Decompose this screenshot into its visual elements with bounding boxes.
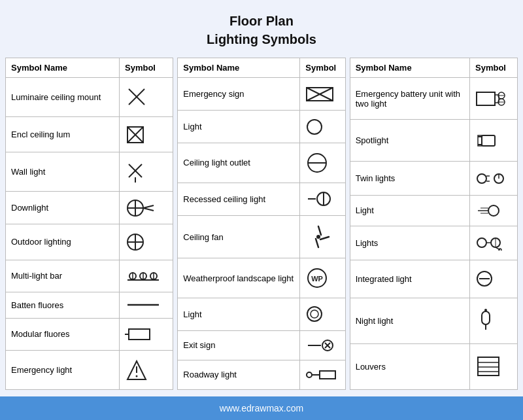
svg-point-72 (477, 238, 486, 247)
col-header-symbol-3: Symbol (469, 58, 517, 78)
symbol-cell (120, 292, 173, 318)
table-row: Recessed ceiling light (178, 183, 345, 215)
svg-point-32 (307, 120, 322, 134)
table-row: Multi-light bar (6, 260, 173, 292)
symbol-name-cell: Outdoor lighting (6, 224, 120, 260)
symbol-cell (120, 78, 173, 117)
table-row: Light (178, 298, 345, 330)
symbol-cell (300, 78, 345, 111)
table-row: Emergency sign (178, 78, 345, 111)
svg-rect-59 (482, 135, 495, 146)
symbol-name-cell: Downlight (6, 192, 120, 224)
symbol-cell (469, 298, 517, 343)
symbol-cell (469, 196, 517, 226)
table-row: Emergency battery unit with two light (350, 78, 517, 120)
symbol-cell (120, 318, 173, 351)
table-row: Spotlight (350, 120, 517, 162)
symbol-cell (469, 120, 517, 162)
symbol-name-cell: Batten fluores (6, 292, 120, 318)
table-row: Exit sign (178, 330, 345, 360)
symbol-cell (469, 78, 517, 120)
symbol-name-cell: Ceiling fan (178, 215, 300, 258)
table-row: Emergency light (6, 351, 173, 390)
svg-point-45 (311, 310, 318, 318)
symbol-cell (120, 351, 173, 390)
tables-container: Symbol Name Symbol Luminaire ceiling mou… (0, 58, 523, 390)
symbol-name-cell: Ceiling light outlet (178, 143, 300, 183)
svg-rect-24 (129, 329, 150, 340)
table-row: Twin lights (350, 162, 517, 196)
symbol-cell (120, 152, 173, 192)
svg-rect-52 (320, 371, 335, 379)
symbol-name-cell: Light (178, 298, 300, 330)
table-row: Light (178, 111, 345, 143)
symbol-cell (120, 192, 173, 224)
table-row: Ceiling light outlet (178, 143, 345, 183)
symbol-name-cell: Light (178, 111, 300, 143)
table-row: Ceiling fan (178, 215, 345, 258)
symbol-name-cell: Louvers (350, 343, 469, 389)
table-row: Roadway light (178, 360, 345, 389)
symbol-cell (120, 224, 173, 260)
col-header-name-1: Symbol Name (6, 58, 120, 78)
footer: www.edrawmax.com (0, 396, 523, 420)
symbol-cell (300, 360, 345, 389)
symbol-cell (300, 111, 345, 143)
svg-line-11 (143, 205, 154, 208)
svg-point-38 (316, 235, 320, 239)
symbol-cell (300, 143, 345, 183)
symbol-name-cell: Lights (350, 226, 469, 260)
symbol-name-cell: Integrated light (350, 260, 469, 298)
symbol-name-cell: Night light (350, 298, 469, 343)
col-header-symbol-1: Symbol (120, 58, 173, 78)
table-row: Night light (350, 298, 517, 343)
svg-point-50 (307, 372, 312, 377)
symbol-name-cell: Emergency sign (178, 78, 300, 111)
symbol-cell (300, 298, 345, 330)
table-row: Lights (350, 226, 517, 260)
symbol-cell (469, 260, 517, 298)
table-row: Encl ceiling lum (6, 116, 173, 152)
svg-line-40 (320, 237, 329, 239)
symbol-name-cell: Luminaire ceiling mount (6, 78, 120, 117)
svg-point-44 (307, 307, 322, 321)
table-row: Wall light (6, 152, 173, 192)
svg-rect-83 (478, 357, 499, 376)
symbol-cell (469, 343, 517, 389)
symbol-name-cell: Exit sign (178, 330, 300, 360)
symbol-name-cell: Twin lights (350, 162, 469, 196)
svg-rect-53 (477, 92, 495, 105)
col-header-name-2: Symbol Name (178, 58, 300, 78)
symbol-name-cell: Light (350, 196, 469, 226)
table-1: Symbol Name Symbol Luminaire ceiling mou… (5, 58, 173, 390)
svg-rect-80 (482, 311, 490, 324)
symbol-cell (469, 162, 517, 196)
table-row: Weatherproof landscape lightWP (178, 258, 345, 298)
symbol-cell (300, 183, 345, 215)
symbol-name-cell: Encl ceiling lum (6, 116, 120, 152)
svg-line-41 (316, 239, 318, 247)
table-row: Luminaire ceiling mount (6, 78, 173, 117)
symbol-cell (120, 260, 173, 292)
symbol-cell (469, 226, 517, 260)
symbol-cell (120, 116, 173, 152)
table-row: Modular fluores (6, 318, 173, 351)
table-row: Outdoor lighting (6, 224, 173, 260)
table-3: Symbol Name Symbol Emergency battery uni… (350, 58, 518, 390)
symbol-name-cell: Emergency battery unit with two light (350, 78, 469, 120)
svg-point-82 (484, 309, 487, 311)
svg-text:WP: WP (311, 275, 323, 283)
symbol-cell (300, 330, 345, 360)
symbol-name-cell: Multi-light bar (6, 260, 120, 292)
table-row: Integrated light (350, 260, 517, 298)
symbol-name-cell: Spotlight (350, 120, 469, 162)
symbol-name-cell: Emergency light (6, 351, 120, 390)
symbol-name-cell: Weatherproof landscape light (178, 258, 300, 298)
table-row: Louvers (350, 343, 517, 389)
symbol-name-cell: Roadway light (178, 360, 300, 389)
svg-point-63 (477, 174, 486, 183)
svg-line-12 (143, 208, 154, 211)
symbol-cell: WP (300, 258, 345, 298)
table-2: Symbol Name Symbol Emergency signLightCe… (177, 58, 345, 390)
svg-line-39 (318, 226, 321, 235)
